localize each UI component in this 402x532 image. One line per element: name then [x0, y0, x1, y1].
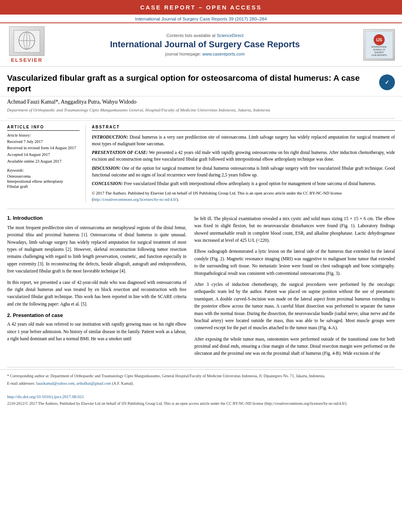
footnote-email: E-mail addresses: fauzikamal@yahoo.com, … [7, 380, 395, 386]
contents-line: Contents lists available at ScienceDirec… [50, 33, 359, 38]
abstract-conclusion: CONCLUSION: Free vascularized fibular gr… [92, 180, 395, 187]
abstract-copyright: © 2017 The Authors. Published by Elsevie… [92, 190, 395, 203]
banner: CASE REPORT – OPEN ACCESS [0, 0, 402, 15]
article-info: ARTICLE INFO Article history: Received 7… [7, 125, 86, 203]
presentation-para-1: A 42 years old male was referred to our … [7, 321, 186, 342]
intro-para-1: The most frequent predilection sites of … [7, 224, 186, 275]
journal-reference: International Journal of Surgery Case Re… [0, 15, 402, 22]
abstract-case: PRESENTATION OF CASE: We presented a 42 … [92, 149, 395, 163]
email-link-1[interactable]: fauzikamal@yahoo.com [36, 381, 74, 386]
article-body: ARTICLE INFO Article history: Received 7… [0, 120, 402, 207]
abstract-discussion: DISCUSSION: One of the option for surgic… [92, 165, 395, 179]
homepage-link[interactable]: www.casereports.com [202, 52, 245, 56]
article-title: Vascularized fibular graft as a surgical… [7, 72, 375, 94]
abstract-section: ABSTRACT INTRODUCTION: Distal humerus is… [92, 125, 395, 203]
right-para-4: After exposing the whole tumor mass, ost… [194, 336, 395, 357]
main-content: 1. Introduction The most frequent predil… [0, 211, 402, 365]
elsevier-logo: ELSEVIER [7, 26, 47, 63]
email-link-2[interactable]: arthafkui@gmail.com [76, 381, 111, 386]
journal-title: International Journal of Surgery Case Re… [50, 39, 359, 50]
journal-header: ELSEVIER Contents lists available at Sci… [0, 22, 402, 67]
keyword-2: Fibular graft [7, 184, 80, 189]
svg-text:INTERNATIONAL: INTERNATIONAL [371, 46, 387, 48]
article-history-label: Article history: [7, 133, 80, 137]
svg-text:SURGERY: SURGERY [374, 51, 384, 54]
doi-line: http://dx.doi.org/10.1016/j.ijscr.2017.0… [7, 394, 395, 399]
intro-para-2: In this report, we presented a case of 4… [7, 279, 186, 308]
abstract-text: INTRODUCTION: Distal humerus is a very r… [92, 134, 395, 187]
journal-center: Contents lists available at ScienceDirec… [50, 33, 359, 56]
svg-text:JOURNAL OF: JOURNAL OF [373, 48, 385, 51]
article-info-title: ARTICLE INFO [7, 125, 80, 131]
crossmark-icon[interactable]: ✓ [379, 74, 395, 90]
keyword-1: Interpositional elbow arthroplasty [7, 179, 80, 184]
right-para-2: Elbow radiograph demonstrated a lytic le… [194, 248, 395, 277]
right-para-1: he felt ill. The physical examination re… [194, 215, 395, 244]
right-para-3: After 3 cycles of induction chemotherapy… [194, 281, 395, 332]
footer-area: * Corresponding author at: Department of… [0, 369, 402, 410]
elsevier-logo-image [9, 26, 45, 56]
doi-link[interactable]: http://dx.doi.org/10.1016/j.ijscr.2017.0… [7, 394, 84, 399]
history-available: Available online 23 August 2017 [7, 159, 80, 165]
right-column: he felt ill. The physical examination re… [194, 215, 395, 361]
presentation-heading: 2. Presentation of case [7, 312, 186, 318]
elsevier-label: ELSEVIER [11, 57, 43, 63]
affiliation: Department of Orthopaedic and Traumatolo… [0, 107, 402, 116]
svg-text:IJS: IJS [376, 38, 382, 42]
history-revised: Received in revised form 14 August 2017 [7, 145, 80, 151]
svg-text:CASE REPORTS: CASE REPORTS [371, 54, 387, 56]
journal-right-logo: IJS INTERNATIONAL JOURNAL OF SURGERY CAS… [363, 29, 395, 61]
keywords-label: Keywords: [7, 168, 80, 172]
keyword-0: Osteosarcoma [7, 174, 80, 178]
section-divider-1 [7, 118, 395, 119]
homepage-line: journal homepage: www.casereports.com [50, 52, 359, 56]
abstract-title: ABSTRACT [92, 125, 395, 131]
section-divider-3 [7, 367, 395, 367]
sciencedirect-link[interactable]: ScienceDirect [217, 33, 244, 38]
abstract-intro: INTRODUCTION: Distal humerus is a very r… [92, 134, 395, 148]
intro-heading: 1. Introduction [7, 215, 186, 221]
footnote-corresponding: * Corresponding author at: Department of… [7, 373, 395, 379]
footer-copyright: 2210-2612/© 2017 The Authors. Published … [7, 400, 395, 406]
copyright-link[interactable]: http://creativecommons.org/licenses/by-n… [93, 197, 177, 202]
left-column: 1. Introduction The most frequent predil… [7, 215, 186, 361]
authors: Achmad Fauzi Kamal*, Anggaditya Putra, W… [0, 96, 402, 107]
history-accepted: Accepted 14 August 2017 [7, 152, 80, 158]
section-divider-2 [7, 209, 395, 209]
article-title-section: Vascularized fibular graft as a surgical… [0, 67, 402, 96]
history-received: Received 7 July 2017 [7, 139, 80, 145]
